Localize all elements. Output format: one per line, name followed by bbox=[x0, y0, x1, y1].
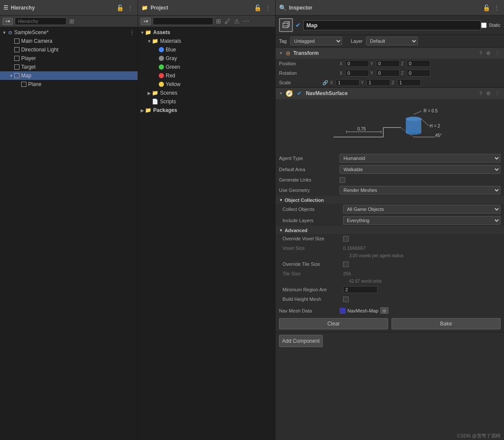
material-yellow[interactable]: Yellow bbox=[138, 80, 275, 89]
inspector-content: ✔ Static Tag Untagged Layer Default bbox=[276, 16, 504, 440]
transform-title: Transform bbox=[293, 50, 476, 56]
override-tile-checkbox[interactable] bbox=[343, 261, 349, 267]
materials-folder[interactable]: ▼ 📁 Materials bbox=[138, 37, 275, 45]
scale-x-input[interactable] bbox=[336, 79, 360, 86]
material-red[interactable]: Red bbox=[138, 71, 275, 80]
transform-collapse-arrow: ▼ bbox=[279, 51, 283, 55]
assets-root[interactable]: ▼ 📁 Assets bbox=[138, 28, 275, 37]
scale-z-input[interactable] bbox=[397, 79, 421, 86]
dir-light-label: Directional Light bbox=[21, 47, 58, 53]
material-gray[interactable]: Gray bbox=[138, 54, 275, 63]
inspector-more-btn[interactable]: ⋮ bbox=[493, 4, 501, 11]
default-area-dropdown[interactable]: Walkable bbox=[340, 165, 501, 174]
navmesh-collapse-arrow: ▼ bbox=[279, 91, 283, 96]
rot-x-input[interactable] bbox=[345, 70, 369, 77]
default-area-label: Default Area bbox=[279, 167, 340, 172]
hierarchy-search-input[interactable] bbox=[15, 17, 67, 25]
scripts-folder[interactable]: 📄 Scripts bbox=[138, 97, 275, 106]
rotation-row: Rotation X Y Z bbox=[276, 68, 504, 78]
gameobject-name-input[interactable] bbox=[303, 20, 481, 30]
scale-y-input[interactable] bbox=[366, 79, 390, 86]
project-search-input[interactable] bbox=[153, 17, 213, 25]
gameobject-enabled-checkbox[interactable]: ✔ bbox=[295, 22, 301, 29]
static-label: Static bbox=[488, 22, 501, 28]
project-add-btn[interactable]: +▾ bbox=[141, 18, 151, 25]
pos-y-input[interactable] bbox=[376, 60, 400, 67]
position-row: Position X Y Z bbox=[276, 59, 504, 68]
navmesh-menu-btn[interactable]: ⋮ bbox=[494, 91, 501, 96]
dir-light-arrow bbox=[9, 47, 14, 52]
add-component-button[interactable]: Add Component bbox=[279, 335, 323, 347]
project-header: 📁 Project 🔓 ⋮ bbox=[138, 0, 275, 16]
svg-text:0.75: 0.75 bbox=[357, 127, 366, 131]
packages-folder[interactable]: ▶ 📁 Packages bbox=[138, 106, 275, 115]
layer-dropdown[interactable]: Default bbox=[366, 37, 418, 45]
use-geometry-row: Use Geometry Render Meshes bbox=[276, 185, 504, 196]
pos-x-label: X bbox=[340, 61, 344, 66]
build-height-checkbox[interactable] bbox=[343, 297, 349, 302]
tree-item-main-camera[interactable]: Main Camera bbox=[0, 37, 138, 45]
voxel-size-label: Voxel Size bbox=[282, 246, 343, 251]
navmesh-diagram: 0.75 R = 0.5 H = 2 45° bbox=[276, 99, 504, 153]
navmesh-header[interactable]: ▼ 🧭 ✔ NavMeshSurface ? ⚙ ⋮ bbox=[276, 88, 504, 99]
project-lock-btn[interactable]: 🔓 bbox=[253, 4, 262, 11]
transform-header[interactable]: ▼ ⊕ Transform ? ⚙ ⋮ bbox=[276, 48, 504, 59]
tree-item-player[interactable]: Player bbox=[0, 54, 138, 63]
scenes-folder[interactable]: ▶ 📁 Scenes bbox=[138, 89, 275, 97]
agent-type-dropdown[interactable]: Humanoid bbox=[340, 154, 501, 163]
material-green[interactable]: Green bbox=[138, 63, 275, 71]
transform-settings-btn[interactable]: ⚙ bbox=[485, 51, 491, 56]
override-voxel-row: Override Voxel Size bbox=[276, 234, 504, 243]
project-warn-btn[interactable]: ⚠ bbox=[233, 18, 241, 25]
hierarchy-toolbar: +▾ ⊞ bbox=[0, 16, 138, 27]
material-blue[interactable]: Blue bbox=[138, 45, 275, 54]
navmesh-help-btn[interactable]: ? bbox=[478, 91, 483, 96]
gameobject-icon bbox=[279, 18, 293, 32]
navmesh-settings-btn[interactable]: ⚙ bbox=[485, 91, 491, 96]
build-height-label: Build Height Mesh bbox=[282, 297, 343, 302]
min-region-input[interactable] bbox=[343, 286, 378, 293]
inspector-lock-btn[interactable]: 🔓 bbox=[482, 4, 491, 11]
bake-button[interactable]: Bake bbox=[392, 318, 501, 329]
tree-item-map[interactable]: ▼ Map bbox=[0, 71, 138, 80]
use-geometry-dropdown[interactable]: Render Meshes bbox=[340, 186, 501, 194]
project-content: ▼ 📁 Assets ▼ 📁 Materials Blue Gray bbox=[138, 27, 275, 440]
collect-objects-dropdown[interactable]: All Game Objects bbox=[343, 205, 501, 214]
generate-links-checkbox[interactable] bbox=[340, 177, 345, 183]
pos-x-input[interactable] bbox=[345, 60, 369, 67]
static-checkbox[interactable] bbox=[481, 22, 487, 28]
red-mat-dot bbox=[159, 73, 164, 78]
cube-icon-svg bbox=[282, 21, 290, 29]
tree-item-plane[interactable]: Plane bbox=[0, 80, 138, 89]
rotation-label: Rotation bbox=[279, 70, 340, 76]
scene-root[interactable]: ▼ ⊙ SampleScene* ⋮ bbox=[0, 28, 138, 37]
navmesh-component-icon: 🧭 bbox=[286, 90, 293, 97]
tile-size-label: Tile Size bbox=[282, 271, 343, 276]
scene-more-btn[interactable]: ⋮ bbox=[128, 29, 136, 36]
project-more-btn[interactable]: ⋮ bbox=[264, 4, 272, 11]
project-icon-view-btn[interactable]: ⊞ bbox=[215, 18, 222, 25]
project-filter-btn[interactable]: 🖊 bbox=[224, 18, 231, 25]
transform-help-btn[interactable]: ? bbox=[478, 51, 483, 56]
transform-menu-btn[interactable]: ⋮ bbox=[494, 51, 501, 56]
override-tile-label: Override Tile Size bbox=[282, 261, 343, 267]
override-voxel-checkbox[interactable] bbox=[343, 236, 349, 242]
rot-z-input[interactable] bbox=[407, 70, 430, 77]
tree-item-target[interactable]: Target bbox=[0, 63, 138, 71]
tag-dropdown[interactable]: Untagged bbox=[290, 37, 342, 45]
pos-z-input[interactable] bbox=[407, 60, 430, 67]
rot-y-input[interactable] bbox=[376, 70, 400, 77]
clear-button[interactable]: Clear bbox=[279, 318, 388, 329]
main-camera-arrow bbox=[9, 38, 14, 44]
navmesh-enabled-check[interactable]: ✔ bbox=[297, 90, 302, 96]
advanced-title: Advanced bbox=[285, 228, 308, 233]
hierarchy-add-btn[interactable]: +▾ bbox=[3, 18, 13, 25]
include-layers-dropdown[interactable]: Everything bbox=[343, 216, 501, 225]
tree-item-directional-light[interactable]: Directional Light bbox=[0, 45, 138, 54]
hierarchy-filter-btn[interactable]: ⊞ bbox=[68, 18, 75, 25]
hierarchy-more-btn[interactable]: ⋮ bbox=[126, 4, 134, 11]
nav-mesh-data-pick-btn[interactable]: ◎ bbox=[380, 307, 388, 314]
scenes-label: Scenes bbox=[160, 90, 177, 96]
project-dots-btn[interactable]: ⋯ bbox=[242, 18, 250, 25]
hierarchy-lock-btn[interactable]: 🔓 bbox=[116, 4, 125, 11]
